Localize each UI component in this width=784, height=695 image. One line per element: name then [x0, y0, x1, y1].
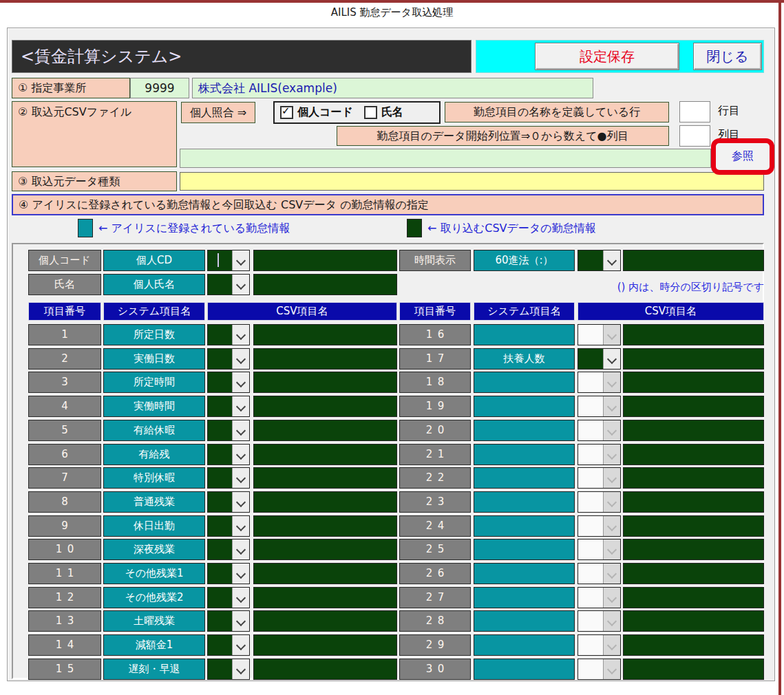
- chevron-down-icon[interactable]: [603, 516, 620, 536]
- close-button[interactable]: 閉じる: [693, 43, 762, 70]
- item-number: 20: [399, 420, 471, 441]
- chevron-down-icon[interactable]: [603, 349, 620, 369]
- csv-item-name[interactable]: [623, 444, 764, 465]
- system-item-name: [474, 634, 575, 656]
- chevron-down-icon[interactable]: [603, 250, 620, 270]
- col-header-system-name: システム項目名: [103, 302, 205, 321]
- csv-item-name[interactable]: [623, 587, 764, 608]
- time-display-row: 時間表示 60進法（:）: [13, 250, 763, 271]
- screenshot-top-border: [0, 0, 784, 3]
- csv-item-name[interactable]: [623, 324, 764, 345]
- chevron-down-icon[interactable]: [603, 539, 620, 559]
- csv-column-dropdown[interactable]: [578, 467, 621, 489]
- start-column-number-input[interactable]: [679, 125, 710, 147]
- system-item-name: 扶養人数: [474, 348, 575, 370]
- csv-column-dropdown[interactable]: [578, 372, 621, 393]
- csv-item-name[interactable]: [623, 563, 764, 584]
- table-row: 23: [13, 491, 763, 513]
- header-row-number-input[interactable]: [679, 101, 710, 122]
- table-row: 27: [13, 587, 763, 608]
- csv-column-dropdown[interactable]: [578, 634, 621, 656]
- csv-item-name[interactable]: [623, 610, 764, 632]
- csv-item-name[interactable]: [623, 467, 764, 489]
- csv-item-name[interactable]: [623, 539, 764, 560]
- item-number: 18: [399, 372, 471, 393]
- item-number: 19: [399, 396, 471, 417]
- office-code-field[interactable]: 9999: [130, 78, 189, 98]
- office-name-field[interactable]: 株式会社 AILIS(example): [192, 78, 593, 98]
- chevron-down-icon[interactable]: [603, 372, 620, 392]
- person-match-options: 個人コード 氏名: [273, 101, 441, 124]
- table-row: 29: [13, 634, 763, 656]
- system-item-name: [474, 372, 575, 393]
- chevron-down-icon[interactable]: [603, 588, 620, 608]
- save-settings-button[interactable]: 設定保存: [535, 43, 679, 70]
- time-display-dropdown[interactable]: [578, 250, 621, 271]
- system-item-name: [474, 324, 575, 345]
- chevron-down-icon[interactable]: [603, 659, 620, 679]
- csv-item-name[interactable]: [623, 634, 764, 656]
- name-checkbox-label: 氏名: [381, 105, 403, 120]
- system-item-name: [474, 491, 575, 513]
- csv-column-dropdown[interactable]: [578, 348, 621, 370]
- csv-source-section-label: ② 取込元CSVファイル: [12, 101, 177, 167]
- csv-column-dropdown[interactable]: [578, 659, 621, 680]
- table-row: 24: [13, 515, 763, 537]
- csv-column-dropdown[interactable]: [578, 587, 621, 608]
- csv-column-dropdown[interactable]: [578, 539, 621, 560]
- csv-item-name[interactable]: [623, 491, 764, 513]
- col-header-csv-name: CSV項目名: [207, 302, 397, 321]
- name-system-cell: 個人氏名: [103, 274, 205, 295]
- item-number: 16: [399, 324, 471, 345]
- item-number: 28: [399, 610, 471, 632]
- chevron-down-icon[interactable]: [603, 611, 620, 631]
- table-row: 25: [13, 539, 763, 560]
- name-dropdown[interactable]: [207, 274, 250, 295]
- chevron-down-icon[interactable]: [603, 420, 620, 440]
- header-button-panel: 設定保存 閉じる: [476, 40, 764, 73]
- csv-column-dropdown[interactable]: [578, 324, 621, 345]
- legend-csv-label: ← 取り込むCSVデータの勤怠情報: [427, 222, 596, 236]
- chevron-down-icon[interactable]: [232, 275, 249, 295]
- item-number: 27: [399, 587, 471, 608]
- item-number: 25: [399, 539, 471, 560]
- csv-item-name[interactable]: [623, 420, 764, 441]
- table-row: 19: [13, 396, 763, 417]
- mapping-section-banner: ④ アイリスに登録されている勤怠情報と今回取込む CSVデータ の勤怠情報の指定: [12, 194, 764, 215]
- person-code-checkbox[interactable]: [280, 106, 293, 119]
- csv-file-path-field[interactable]: [180, 149, 711, 168]
- item-number: 17: [399, 348, 471, 370]
- table-row: 22: [13, 467, 763, 489]
- table-row: 30: [13, 659, 763, 680]
- window-title: AILIS 勤怠データ取込処理: [0, 6, 784, 19]
- browse-button[interactable]: 参照: [732, 149, 754, 164]
- csv-item-name[interactable]: [623, 348, 764, 370]
- csv-item-name[interactable]: [623, 515, 764, 537]
- chevron-down-icon[interactable]: [603, 564, 620, 584]
- item-number: 30: [399, 659, 471, 680]
- data-type-field[interactable]: [180, 172, 764, 191]
- chevron-down-icon[interactable]: [603, 325, 620, 345]
- col-header-item-number: 項目番号: [28, 302, 101, 321]
- table-row: 20: [13, 420, 763, 441]
- name-checkbox[interactable]: [364, 106, 377, 119]
- name-csv-cell[interactable]: [253, 274, 397, 295]
- chevron-down-icon[interactable]: [603, 445, 620, 464]
- csv-column-dropdown[interactable]: [578, 491, 621, 513]
- csv-column-dropdown[interactable]: [578, 515, 621, 537]
- csv-column-dropdown[interactable]: [578, 396, 621, 417]
- time-display-label: 時間表示: [399, 250, 471, 271]
- time-display-csv-cell[interactable]: [623, 250, 764, 271]
- csv-column-dropdown[interactable]: [578, 444, 621, 465]
- csv-item-name[interactable]: [623, 396, 764, 417]
- csv-item-name[interactable]: [623, 659, 764, 680]
- chevron-down-icon[interactable]: [603, 468, 620, 488]
- csv-column-dropdown[interactable]: [578, 420, 621, 441]
- table-row: 17 扶養人数: [13, 348, 763, 370]
- chevron-down-icon[interactable]: [603, 635, 620, 655]
- csv-item-name[interactable]: [623, 372, 764, 393]
- csv-column-dropdown[interactable]: [578, 610, 621, 632]
- csv-column-dropdown[interactable]: [578, 563, 621, 584]
- chevron-down-icon[interactable]: [603, 396, 620, 416]
- chevron-down-icon[interactable]: [603, 492, 620, 512]
